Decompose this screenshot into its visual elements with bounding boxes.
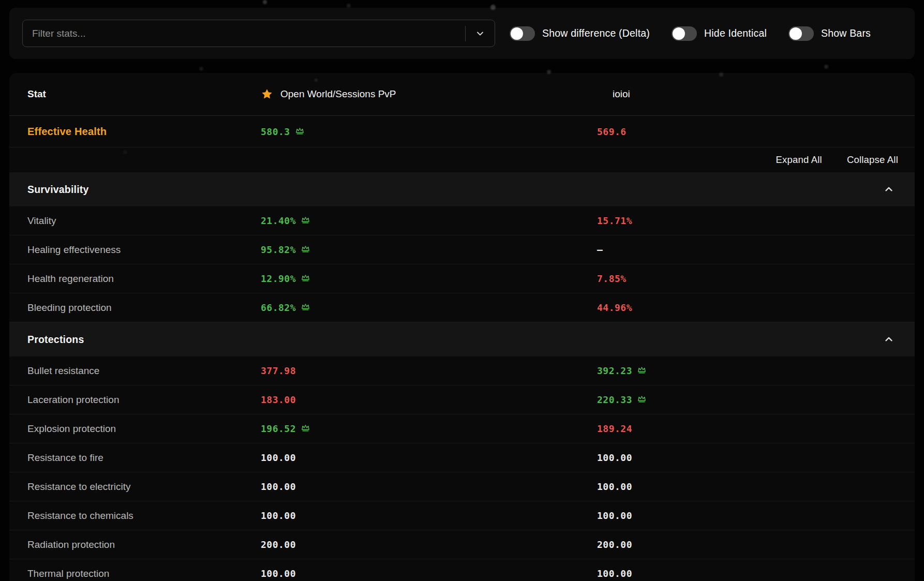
stat-value: 196.52	[261, 423, 310, 434]
stat-value-text: 21.40%	[261, 215, 296, 226]
stat-value: 12.90%	[261, 273, 310, 284]
section-title: Protections	[27, 334, 84, 346]
stat-value: 7.85%	[597, 273, 627, 284]
stat-value-cell: 200.00	[261, 539, 597, 550]
stat-value: 95.82%	[261, 244, 310, 255]
stat-row-laceration-protection: Laceration protection183.00220.33	[9, 385, 915, 414]
stat-row-resistance-to-fire: Resistance to fire100.00100.00	[9, 443, 915, 472]
stat-value-text: 95.82%	[261, 244, 296, 255]
stat-value-text: 100.00	[261, 568, 296, 579]
stat-value-cell: 21.40%	[261, 215, 597, 226]
toggle-switch[interactable]	[510, 26, 535, 41]
stat-row-resistance-to-electricity: Resistance to electricity100.00100.00	[9, 472, 915, 501]
stat-row-bleeding-protection: Bleeding protection66.82% 44.96%	[9, 293, 915, 322]
stat-value-text: 44.96%	[597, 302, 632, 313]
toggle-switch[interactable]	[788, 26, 814, 41]
stat-value-text: 189.24	[597, 423, 632, 434]
stat-value-cell: 100.00	[597, 481, 915, 492]
stat-label: Bleeding protection	[9, 302, 261, 314]
crown-icon	[637, 395, 647, 405]
stat-row-bullet-resistance: Bullet resistance377.98392.23	[9, 356, 915, 385]
stat-label: Health regeneration	[9, 273, 261, 285]
expand-all-button[interactable]: Expand All	[776, 154, 822, 166]
chevron-up-icon	[883, 334, 895, 345]
stat-value-cell: 95.82%	[261, 244, 597, 255]
sections-container: Survivability Vitality21.40% 15.71%Heali…	[9, 172, 915, 581]
stat-value-text: 580.3	[261, 126, 290, 137]
stat-label: Laceration protection	[9, 394, 261, 406]
collapse-all-button[interactable]: Collapse All	[847, 154, 898, 166]
table-header-row: Stat Open World/Sessions PvP ioioi	[9, 73, 915, 116]
stat-value: 100.00	[261, 452, 296, 463]
stat-value: 44.96%	[597, 302, 632, 313]
stat-value-text: 196.52	[261, 423, 296, 434]
stat-value-cell: 196.52	[261, 423, 597, 434]
toggle-label: Hide Identical	[704, 27, 767, 39]
filter-dropdown-button[interactable]	[466, 20, 495, 47]
toggle-switch[interactable]	[672, 26, 697, 41]
stat-value: 220.33	[597, 394, 647, 405]
stat-value-text: –	[597, 244, 603, 255]
column-header-stat: Stat	[9, 88, 261, 100]
stat-value-cell: 377.98	[261, 365, 597, 376]
effective-health-label: Effective Health	[9, 126, 261, 138]
stat-value-cell: 189.24	[597, 423, 915, 434]
stats-table: Stat Open World/Sessions PvP ioioi Effec…	[9, 73, 915, 581]
stat-value-cell: 12.90%	[261, 273, 597, 284]
stat-value-cell: 100.00	[597, 568, 915, 579]
stat-value-text: 100.00	[597, 481, 632, 492]
stat-label: Explosion protection	[9, 423, 261, 435]
crown-icon	[301, 245, 310, 255]
stat-label: Radiation protection	[9, 539, 261, 550]
crown-icon	[637, 366, 647, 376]
stat-value: 569.6	[597, 126, 627, 137]
toggle-show-difference[interactable]: Show difference (Delta)	[510, 26, 650, 41]
stat-value-cell: 200.00	[597, 539, 915, 550]
stat-value: 100.00	[261, 481, 296, 492]
section-header-survivability[interactable]: Survivability	[9, 172, 915, 206]
toggle-knob	[511, 27, 523, 40]
stat-value-text: 392.23	[597, 365, 632, 376]
stat-row-health-regeneration: Health regeneration12.90% 7.85%	[9, 264, 915, 293]
stat-value-cell: 220.33	[597, 394, 915, 405]
stat-row-thermal-protection: Thermal protection100.00100.00	[9, 559, 915, 581]
toggle-hide-identical[interactable]: Hide Identical	[672, 26, 767, 41]
column-header-build-2-label: ioioi	[597, 88, 630, 100]
stat-value-text: 12.90%	[261, 273, 296, 284]
effective-health-value-1: 580.3	[261, 126, 597, 137]
star-icon[interactable]	[261, 88, 273, 100]
stat-value-cell: 100.00	[261, 452, 597, 463]
stat-value-cell: 44.96%	[597, 302, 915, 313]
stat-value: 21.40%	[261, 215, 310, 226]
stat-label: Resistance to fire	[9, 452, 261, 464]
stat-value-text: 15.71%	[597, 215, 632, 226]
stat-label: Resistance to electricity	[9, 481, 261, 493]
stat-value-cell: –	[597, 244, 915, 255]
stat-value: 100.00	[597, 481, 632, 492]
crown-icon	[301, 424, 310, 434]
stat-value-text: 220.33	[597, 394, 632, 405]
stat-row-explosion-protection: Explosion protection196.52 189.24	[9, 414, 915, 443]
stat-row-resistance-to-chemicals: Resistance to chemicals100.00100.00	[9, 501, 915, 530]
stat-value: 200.00	[261, 539, 296, 550]
stat-row-radiation-protection: Radiation protection200.00200.00	[9, 530, 915, 559]
stat-label: Healing effectiveness	[9, 244, 261, 256]
stat-label: Bullet resistance	[9, 365, 261, 377]
toggle-label: Show difference (Delta)	[542, 27, 650, 39]
stat-label: Resistance to chemicals	[9, 510, 261, 522]
crown-icon	[301, 216, 310, 226]
stat-value: 392.23	[597, 365, 647, 376]
stat-label: Vitality	[9, 215, 261, 227]
stat-value: 66.82%	[261, 302, 310, 313]
section-header-protections[interactable]: Protections	[9, 322, 915, 356]
crown-icon	[301, 274, 310, 284]
filter-stats-combobox	[22, 20, 495, 47]
stat-value-text: 7.85%	[597, 273, 627, 284]
stat-value-text: 200.00	[261, 539, 296, 550]
toggle-knob	[789, 27, 802, 40]
column-header-build-1-label: Open World/Sessions PvP	[280, 88, 396, 100]
filter-stats-input[interactable]	[23, 20, 465, 47]
chevron-down-icon	[475, 28, 485, 39]
toggle-label: Show Bars	[821, 27, 871, 39]
toggle-show-bars[interactable]: Show Bars	[788, 26, 871, 41]
